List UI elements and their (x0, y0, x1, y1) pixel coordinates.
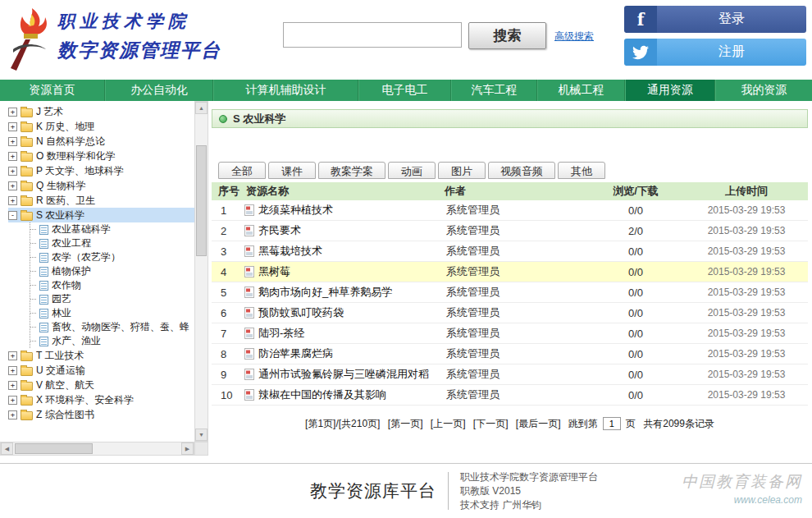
tree-leaf[interactable]: 农作物 (30, 278, 194, 292)
folder-icon (21, 411, 33, 420)
nav-item-electronics[interactable]: 电子电工 (358, 80, 451, 101)
expand-icon[interactable] (8, 152, 17, 161)
expand-icon[interactable] (8, 381, 17, 390)
vertical-scroll-thumb[interactable] (196, 145, 207, 256)
tree-node[interactable]: N 自然科学总论 (8, 134, 194, 149)
expand-icon[interactable] (8, 196, 17, 205)
tree-leaf[interactable]: 园艺 (30, 292, 194, 306)
nav-item-mechanical[interactable]: 机械工程 (537, 80, 625, 101)
horizontal-scroll-track[interactable] (13, 442, 181, 455)
table-row[interactable]: 10 辣椒在中国的传播及其影响 系统管理员 0/0 2015-03-29 19:… (212, 385, 808, 406)
search-input[interactable] (283, 22, 462, 48)
document-icon (244, 287, 254, 298)
first-page-link[interactable]: [第一页] (388, 418, 423, 429)
tab-lesson-plans[interactable]: 教案学案 (318, 162, 385, 179)
tab-video-audio[interactable]: 视频音频 (488, 162, 555, 179)
search-button[interactable]: 搜索 (468, 22, 546, 49)
resource-link[interactable]: 辣椒在中国的传播及其影响 (258, 387, 386, 402)
next-page-link[interactable]: [下一页] (473, 418, 509, 429)
expand-icon[interactable] (8, 396, 17, 405)
list-icon (39, 239, 48, 249)
horizontal-scroll-thumb[interactable] (15, 443, 93, 454)
tree-leaf[interactable]: 林业 (30, 306, 194, 320)
tree-node[interactable]: J 艺术 (8, 104, 194, 119)
tree-leaf[interactable]: 植物保护 (30, 264, 194, 278)
resource-link[interactable]: 黑树莓 (258, 264, 290, 279)
advanced-search-link[interactable]: 高级搜索 (554, 30, 594, 44)
collapse-icon[interactable] (8, 211, 17, 220)
tree-node-label: K 历史、地理 (36, 120, 94, 134)
expand-icon[interactable] (8, 137, 17, 146)
tree-node[interactable]: P 天文学、地球科学 (8, 163, 194, 178)
jump-page-input[interactable] (603, 417, 621, 430)
resource-link[interactable]: 鹅肉市场向好_种草养鹅易学 (258, 285, 392, 300)
nav-item-general-resources[interactable]: 通用资源 (625, 80, 715, 101)
tree-leaf[interactable]: 水产、渔业 (30, 334, 194, 348)
table-row[interactable]: 6 预防蚊虱叮咬药袋 系统管理员 0/0 2015-03-29 19:53 (212, 303, 808, 323)
tab-animation[interactable]: 动画 (388, 162, 436, 179)
table-row-highlighted[interactable]: 4 黑树莓 系统管理员 0/0 2015-03-29 19:53 (212, 262, 808, 282)
table-row[interactable]: 8 防治苹果腐烂病 系统管理员 0/0 2015-03-29 19:53 (212, 344, 808, 364)
resource-link[interactable]: 黑莓栽培技术 (258, 244, 322, 259)
scroll-up-icon[interactable]: ▲ (195, 102, 208, 114)
register-button[interactable]: 注册 (624, 39, 806, 66)
expand-icon[interactable] (8, 366, 17, 375)
table-row[interactable]: 9 通州市试验氟铃脲与三唑磷混用对稻 系统管理员 0/0 2015-03-29 … (212, 364, 808, 385)
last-page-link[interactable]: [最后一页] (516, 418, 561, 429)
resource-link[interactable]: 陆羽-茶经 (258, 326, 304, 341)
expand-icon[interactable] (8, 410, 17, 419)
tree-node[interactable]: Z 综合性图书 (8, 407, 194, 422)
nav-item-home[interactable]: 资源首页 (0, 80, 105, 101)
nav-item-my-resources[interactable]: 我的资源 (715, 80, 812, 101)
row-number: 7 (212, 328, 244, 340)
tree-leaf[interactable]: 农业基础科学 (30, 222, 194, 236)
table-row[interactable]: 7 陆羽-茶经 系统管理员 0/0 2015-03-29 19:53 (212, 323, 808, 344)
table-row[interactable]: 3 黑莓栽培技术 系统管理员 0/0 2015-03-29 19:53 (212, 241, 808, 262)
table-row[interactable]: 5 鹅肉市场向好_种草养鹅易学 系统管理员 0/0 2015-03-29 19:… (212, 282, 808, 303)
nav-item-cad[interactable]: 计算机辅助设计 (213, 80, 358, 101)
tree-node[interactable]: U 交通运输 (8, 363, 194, 378)
tree-node[interactable]: Q 生物科学 (8, 178, 194, 193)
tree-node-label: V 航空、航天 (36, 378, 94, 392)
document-icon (244, 389, 254, 401)
scroll-left-icon[interactable]: ◀ (1, 442, 13, 455)
scroll-down-icon[interactable]: ▼ (195, 429, 208, 441)
resource-link[interactable]: 龙须菜种植技术 (258, 203, 333, 218)
table-row[interactable]: 1 龙须菜种植技术 系统管理员 0/0 2015-03-29 19:53 (212, 200, 808, 221)
resource-link[interactable]: 防治苹果腐烂病 (258, 346, 333, 361)
resource-link[interactable]: 通州市试验氟铃脲与三唑磷混用对稻 (258, 367, 429, 382)
tree-node-label: N 自然科学总论 (36, 135, 105, 149)
footer-version: 职教版 V2015 (460, 484, 598, 498)
upload-time-cell: 2015-03-29 19:53 (685, 307, 808, 319)
resource-link[interactable]: 预防蚊虱叮咬药袋 (258, 305, 344, 320)
resource-link[interactable]: 齐民要术 (258, 223, 301, 238)
tree-node[interactable]: K 历史、地理 (8, 119, 194, 134)
nav-item-automotive[interactable]: 汽车工程 (451, 80, 537, 101)
login-button[interactable]: 登录 (624, 6, 806, 33)
tree-node[interactable]: R 医药、卫生 (8, 193, 194, 208)
expand-icon[interactable] (8, 167, 17, 176)
tab-images[interactable]: 图片 (438, 162, 486, 179)
nav-item-office-automation[interactable]: 办公自动化 (105, 80, 213, 101)
scroll-right-icon[interactable]: ▶ (181, 442, 194, 455)
tree-leaf[interactable]: 畜牧、动物医学、狩猎、蚕、蜂 (30, 320, 194, 334)
prev-page-link[interactable]: [上一页] (431, 418, 466, 429)
expand-icon[interactable] (8, 351, 17, 360)
tree-leaf[interactable]: 农业工程 (30, 236, 194, 250)
tab-courseware[interactable]: 课件 (268, 162, 316, 179)
tree-node[interactable]: V 航空、航天 (8, 378, 194, 392)
table-row[interactable]: 2 齐民要术 系统管理员 2/0 2015-03-29 19:53 (212, 221, 808, 241)
tab-other[interactable]: 其他 (558, 162, 605, 179)
tree-node[interactable]: X 环境科学、安全科学 (8, 392, 194, 407)
expand-icon[interactable] (8, 181, 17, 190)
tree-node[interactable]: O 数理科学和化学 (8, 149, 194, 163)
tree-leaf[interactable]: 农学（农艺学） (30, 250, 194, 264)
horizontal-scrollbar[interactable]: ◀ ▶ (0, 442, 194, 456)
vertical-scroll-track[interactable] (195, 114, 208, 429)
tree-node[interactable]: T 工业技术 (8, 348, 194, 363)
expand-icon[interactable] (8, 108, 17, 117)
expand-icon[interactable] (8, 122, 17, 131)
tree-node-selected[interactable]: S 农业科学 (8, 208, 194, 222)
vertical-scrollbar[interactable]: ▲ ▼ (194, 101, 208, 442)
tab-all[interactable]: 全部 (218, 162, 266, 179)
